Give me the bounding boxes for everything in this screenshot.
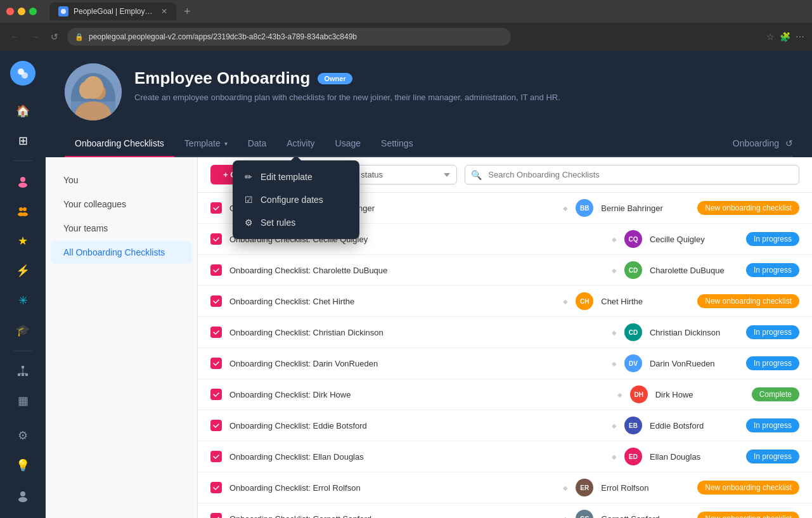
edit-icon: ✏	[243, 172, 254, 182]
svg-point-2	[22, 72, 28, 79]
refresh-icon[interactable]: ↺	[785, 138, 793, 148]
svg-point-15	[20, 491, 25, 496]
sidebar-item-home[interactable]: 🏠	[10, 98, 35, 123]
row-avatar: ER	[576, 479, 593, 496]
row-checklist-name: Onboarding Checklist: Darin VonRueden	[229, 359, 604, 368]
sidebar-logo[interactable]	[10, 61, 35, 86]
browser-tab-active[interactable]: PeopleGoal | Employee Onboa... ✕	[49, 3, 176, 20]
nav-right-section: Onboarding ↺	[733, 131, 793, 156]
row-checkbox	[210, 327, 222, 338]
dropdown-item-set-rules[interactable]: ⚙ Set rules	[233, 211, 359, 234]
address-bar[interactable]: 🔒 peoplegoal.peoplegoal-v2.com/apps/2319…	[67, 28, 511, 46]
rules-icon: ⚙	[243, 217, 254, 228]
row-person-name: Ellan Douglas	[650, 452, 738, 462]
sidebar-item-star[interactable]: ★	[10, 228, 35, 253]
row-checkbox	[210, 482, 222, 493]
nav-tabs: Onboarding Checklists Template ▾ Data Ac…	[65, 131, 793, 157]
tab-template[interactable]: Template ▾	[174, 131, 238, 156]
nav-refresh-button[interactable]: ↺	[48, 29, 61, 44]
nav-back-button[interactable]: ←	[8, 29, 22, 44]
sidebar-item-settings[interactable]: ⚙	[10, 424, 35, 448]
row-avatar: GS	[576, 510, 593, 518]
tab-close-button[interactable]: ✕	[161, 7, 167, 16]
extension-icon[interactable]: 🧩	[780, 32, 790, 42]
menu-icon[interactable]: ⋯	[796, 32, 804, 42]
sidebar-item-hierarchy[interactable]	[10, 359, 35, 384]
sidebar-divider	[13, 160, 32, 161]
row-checkbox	[210, 233, 222, 245]
svg-point-6	[23, 207, 27, 211]
svg-point-4	[18, 183, 27, 188]
app-header-avatar	[65, 63, 122, 120]
sidebar-item-table[interactable]: ▦	[10, 389, 35, 413]
table-row[interactable]: Onboarding Checklist: Charolette DuBuque…	[198, 255, 812, 286]
table-row[interactable]: Onboarding Checklist: Errol Rolfson ◆ ER…	[198, 472, 812, 503]
sidebar-divider-2	[13, 351, 32, 351]
status-badge: In progress	[746, 356, 799, 370]
sidebar-item-graduation[interactable]: 🎓	[10, 318, 35, 343]
new-tab-button[interactable]: +	[184, 5, 191, 18]
row-avatar: BB	[576, 199, 593, 217]
table-row[interactable]: Onboarding Checklist: Ellan Douglas ◆ ED…	[198, 441, 812, 472]
status-badge: In progress	[746, 418, 799, 432]
table-row[interactable]: Onboarding Checklist: Garnett Sanford ◆ …	[198, 503, 812, 518]
row-separator: ◆	[612, 236, 617, 243]
nav-forward-button[interactable]: →	[28, 29, 42, 44]
sidebar-item-bulb[interactable]: 💡	[10, 453, 35, 478]
row-separator: ◆	[612, 329, 617, 336]
sidebar-item-asterisk[interactable]: ✳	[10, 288, 35, 313]
left-panel-item-you[interactable]: You	[51, 169, 192, 191]
tab-activity[interactable]: Activity	[276, 131, 325, 156]
table-row[interactable]: Onboarding Checklist: Eddie Botsford ◆ E…	[198, 410, 812, 441]
tab-onboarding-checklists[interactable]: Onboarding Checklists	[65, 131, 174, 156]
table-row[interactable]: Onboarding Checklist: Darin VonRueden ◆ …	[198, 348, 812, 379]
tab-settings[interactable]: Settings	[371, 131, 423, 156]
svg-point-0	[61, 9, 66, 14]
sidebar-item-bolt[interactable]: ⚡	[10, 258, 35, 283]
table-row[interactable]: Onboarding Checklist: Christian Dickinso…	[198, 317, 812, 348]
row-separator: ◆	[563, 298, 568, 305]
owner-badge: Owner	[318, 73, 352, 84]
traffic-light-red[interactable]	[6, 8, 14, 15]
dropdown-item-configure-dates[interactable]: ☑ Configure dates	[233, 188, 359, 211]
tab-usage[interactable]: Usage	[325, 131, 371, 156]
sidebar-item-grid[interactable]: ⊞	[10, 128, 35, 153]
sidebar-item-people[interactable]	[10, 198, 35, 223]
row-checkbox	[210, 202, 222, 214]
row-separator: ◆	[612, 422, 617, 429]
calendar-icon: ☑	[243, 195, 254, 205]
row-checklist-name: Onboarding Checklist: Ellan Douglas	[229, 452, 604, 462]
row-person-name: Eddie Botsford	[650, 421, 738, 431]
row-separator: ◆	[612, 267, 617, 274]
sidebar-item-person[interactable]	[10, 169, 35, 193]
table-row[interactable]: Onboarding Checklist: Dirk Howe ◆ DH Dir…	[198, 379, 812, 410]
traffic-light-yellow[interactable]	[18, 8, 25, 15]
search-input[interactable]	[465, 165, 799, 185]
sidebar-item-user-bottom[interactable]	[10, 483, 35, 508]
tab-data[interactable]: Data	[238, 131, 277, 156]
header-description: Create an employee onboarding plan with …	[134, 92, 793, 103]
row-person-name: Errol Rolfson	[601, 483, 690, 493]
row-separator: ◆	[563, 515, 568, 519]
search-box: 🔍	[465, 165, 799, 185]
row-avatar: DV	[624, 354, 642, 372]
row-person-name: Garnett Sanford	[601, 514, 690, 519]
traffic-light-green[interactable]	[29, 8, 37, 15]
bookmark-icon[interactable]: ☆	[766, 32, 775, 42]
row-avatar: CH	[576, 292, 593, 310]
status-badge: In progress	[746, 263, 799, 277]
left-panel-item-teams[interactable]: Your teams	[51, 217, 192, 240]
table-row[interactable]: Onboarding Checklist: Chet Hirthe ◆ CH C…	[198, 286, 812, 317]
row-avatar: CD	[624, 261, 642, 279]
template-dropdown-menu: ✏ Edit template ☑ Configure dates ⚙ Set …	[233, 160, 359, 239]
status-badge: New onboarding checklist	[697, 481, 799, 495]
row-avatar: CD	[624, 323, 642, 341]
dropdown-item-edit-template[interactable]: ✏ Edit template	[233, 165, 359, 188]
left-panel-item-colleagues[interactable]: Your colleagues	[51, 193, 192, 216]
row-checkbox	[210, 420, 222, 431]
left-panel-item-all[interactable]: All Onboarding Checklists	[51, 241, 192, 264]
row-checklist-name: Onboarding Checklist: Charolette DuBuque	[229, 266, 604, 275]
row-person-name: Darin VonRueden	[650, 359, 738, 368]
row-person-name: Cecille Quigley	[650, 235, 738, 244]
svg-rect-12	[25, 373, 28, 376]
